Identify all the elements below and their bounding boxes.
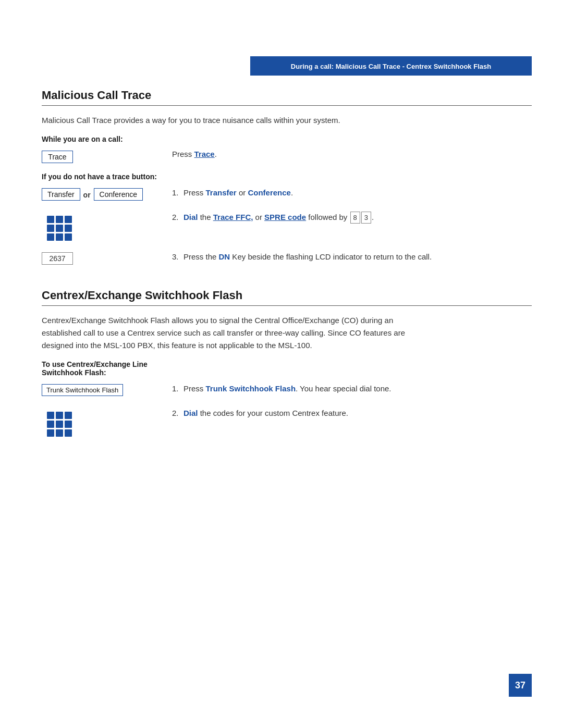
transfer-button[interactable]: Transfer (42, 188, 80, 201)
keypad-left (42, 212, 162, 244)
header-banner-text: During a call: Malicious Call Trace - Ce… (291, 63, 491, 70)
trace-link[interactable]: Trace (194, 150, 215, 158)
keypad-grid (47, 216, 72, 241)
trace-left-col: Trace (42, 150, 162, 164)
centrex-step2-text: Dial the codes for your custom Centrex f… (183, 408, 532, 419)
key-dot-7 (47, 233, 54, 241)
centrex-label-line1: To use Centrex/Exchange Line (42, 360, 148, 368)
section2-body: Centrex/Exchange Switchhook Flash allows… (42, 314, 407, 352)
centrex-step2-list: 2. Dial the codes for your custom Centre… (172, 408, 532, 419)
transfer-link: Transfer (206, 188, 237, 197)
key-dot-8 (56, 233, 63, 241)
c-key-dot-8 (56, 429, 63, 437)
c-key-dot-2 (56, 412, 63, 419)
centrex-step2: 2. Dial the codes for your custom Centre… (172, 408, 532, 419)
centrex-step1-num: 1. (172, 383, 183, 395)
transfer-conference-left: Transfer or Conference (42, 187, 162, 203)
section2-title: Centrex/Exchange Switchhook Flash (42, 289, 532, 306)
centrex-step1-right: 1. Press Trunk Switchhook Flash. You hea… (162, 383, 532, 400)
conference-link: Conference (248, 188, 291, 197)
trace-instruction-row: Trace Press Trace. (42, 150, 532, 164)
key-dot-5 (56, 225, 63, 232)
trunk-btn-row: Trunk Switchhook Flash 1. Press Trunk Sw… (42, 383, 532, 400)
step2: 2. Dial the Trace FFC, or SPRE code foll… (172, 212, 532, 224)
trunk-btn-left: Trunk Switchhook Flash (42, 383, 162, 396)
centrex-keypad-left (42, 408, 162, 440)
keypad-row: 2. Dial the Trace FFC, or SPRE code foll… (42, 212, 532, 244)
dial-bold-1: Dial (183, 213, 198, 221)
c-key-dot-5 (56, 421, 63, 428)
trace-button[interactable]: Trace (42, 151, 73, 163)
centrex-keypad-grid (47, 412, 72, 437)
conference-button[interactable]: Conference (94, 188, 143, 201)
section1-title: Malicious Call Trace (42, 89, 532, 106)
key-3: 3 (361, 212, 371, 224)
step2-text: Dial the Trace FFC, or SPRE code followe… (183, 212, 532, 224)
step2-num: 2. (172, 212, 183, 224)
section-centrex: Centrex/Exchange Switchhook Flash Centre… (42, 289, 532, 440)
step1-right: 1. Press Transfer or Conference. (162, 187, 532, 204)
page-number: 37 (515, 680, 525, 691)
c-key-dot-9 (65, 429, 72, 437)
c-key-dot-6 (65, 421, 72, 428)
trunk-switchhook-link: Trunk Switchhook Flash (206, 384, 296, 393)
c-key-dot-3 (65, 412, 72, 419)
centrex-step2-num: 2. (172, 408, 183, 419)
centrex-subsection-label: To use Centrex/Exchange Line Switchhook … (42, 360, 532, 377)
step3-text: Press the DN Key beside the flashing LCD… (183, 251, 532, 263)
centrex-keypad-row: 2. Dial the codes for your custom Centre… (42, 408, 532, 440)
key-dot-1 (47, 216, 54, 223)
step1-num: 1. (172, 187, 183, 199)
header-banner: During a call: Malicious Call Trace - Ce… (250, 56, 532, 76)
centrex-label-line2: Switchhook Flash: (42, 368, 106, 377)
key-dot-6 (65, 225, 72, 232)
page-container: During a call: Malicious Call Trace - Ce… (0, 0, 563, 728)
dn-bold: DN (219, 252, 230, 261)
key-dot-3 (65, 216, 72, 223)
spre-code-link: SPRE code (264, 213, 306, 221)
key-dot-9 (65, 233, 72, 241)
steps-list: 1. Press Transfer or Conference. (172, 187, 532, 199)
num-display-row: 2637 3. Press the DN Key beside the flas… (42, 251, 532, 268)
step3-right: 3. Press the DN Key beside the flashing … (162, 251, 532, 268)
num-display: 2637 (42, 252, 73, 265)
centrex-step1: 1. Press Trunk Switchhook Flash. You hea… (172, 383, 532, 395)
subsection1-label: While you are on a call: (42, 135, 532, 143)
trunk-switchhook-button[interactable]: Trunk Switchhook Flash (42, 384, 123, 396)
step3: 3. Press the DN Key beside the flashing … (172, 251, 532, 263)
trace-ffc-link: Trace FFC, (213, 213, 253, 221)
centrex-steps-list: 1. Press Trunk Switchhook Flash. You hea… (172, 383, 532, 395)
key-dot-4 (47, 225, 54, 232)
trace-right-col: Press Trace. (162, 150, 532, 158)
step1: 1. Press Transfer or Conference. (172, 187, 532, 199)
subsection2-label: If you do not have a trace button: (42, 172, 532, 181)
transfer-conference-btn-row: Transfer or Conference (42, 188, 143, 202)
step1-text: Press Transfer or Conference. (183, 187, 532, 199)
transfer-conference-row: Transfer or Conference 1. Press Transfer… (42, 187, 532, 204)
c-key-dot-1 (47, 412, 54, 419)
press-trace-text: Press (172, 150, 194, 158)
dial-bold-2: Dial (183, 409, 198, 417)
step2-list: 2. Dial the Trace FFC, or SPRE code foll… (172, 212, 532, 224)
step2-right: 2. Dial the Trace FFC, or SPRE code foll… (162, 212, 532, 229)
page-number-box: 37 (509, 674, 532, 697)
centrex-step2-right: 2. Dial the codes for your custom Centre… (162, 408, 532, 425)
key-8: 8 (350, 212, 360, 224)
num-display-left: 2637 (42, 251, 162, 265)
c-key-dot-7 (47, 429, 54, 437)
key-dot-2 (56, 216, 63, 223)
centrex-step1-text: Press Trunk Switchhook Flash. You hear s… (183, 383, 532, 395)
section-malicious-call-trace: Malicious Call Trace Malicious Call Trac… (42, 89, 532, 268)
c-key-dot-4 (47, 421, 54, 428)
section1-body: Malicious Call Trace provides a way for … (42, 114, 407, 127)
step3-num: 3. (172, 251, 183, 263)
press-trace-period: . (215, 150, 217, 158)
step3-list: 3. Press the DN Key beside the flashing … (172, 251, 532, 263)
or-text: or (83, 191, 91, 199)
